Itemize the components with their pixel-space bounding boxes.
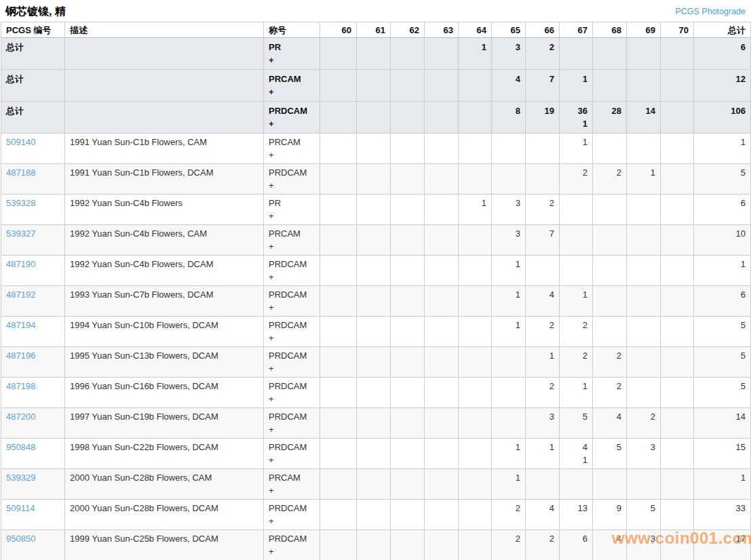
grade-count: [429, 349, 453, 362]
grade-count: [325, 441, 351, 454]
pcgs-number-link[interactable]: 509114: [6, 503, 35, 513]
grade-cell-64: [459, 317, 492, 347]
grade-cell-68: 2: [593, 164, 627, 195]
grade-count: 14: [632, 104, 655, 117]
grade-count: [497, 410, 520, 423]
grade-cell-64: [459, 225, 492, 256]
grade-cell-60: [320, 378, 357, 408]
grade-cell-64: [459, 378, 492, 408]
grade-cell-66: [526, 134, 560, 164]
grade-cell-69: [627, 195, 661, 225]
pcgs-number-link[interactable]: 487198: [6, 381, 35, 391]
grade-count: [396, 104, 419, 117]
grade-cell-60: [320, 134, 357, 164]
grade-count: 3: [497, 197, 520, 209]
grade-count: [564, 227, 588, 240]
column-header: 70: [661, 22, 694, 38]
grade-cell-68: 5: [593, 439, 627, 469]
pcgs-number-cell: 509140: [1, 134, 65, 164]
pcgs-number-link[interactable]: 539327: [6, 228, 35, 239]
grade-count: [463, 349, 486, 362]
grade-count: [531, 258, 554, 271]
column-header: 68: [593, 22, 627, 38]
grade-count: [531, 136, 554, 148]
grade-count: 3: [632, 532, 655, 545]
grade-count: [396, 532, 419, 545]
grade-count: [396, 471, 419, 484]
pcgs-number-link[interactable]: 487190: [6, 259, 35, 269]
designation-label: PRDCAM: [269, 258, 315, 271]
pcgs-number-link[interactable]: 487188: [6, 167, 35, 178]
grade-cell-67: [560, 256, 593, 286]
grade-cell-61: [357, 317, 391, 347]
pcgs-number-cell: 539327: [1, 225, 65, 256]
grade-count: [564, 197, 588, 209]
pcgs-number-link[interactable]: 487192: [6, 289, 35, 300]
grade-cell-63: [425, 347, 459, 378]
grade-cell-64: [459, 164, 492, 195]
summary-label: 总计: [6, 106, 24, 116]
grade-cell-63: [425, 195, 459, 225]
grade-count: [666, 41, 689, 54]
grade-count: [463, 319, 486, 332]
description-cell: 1992 Yuan Sun-C4b Flowers, CAM: [65, 225, 264, 256]
pcgs-number-link[interactable]: 487196: [6, 351, 35, 361]
grade-count: 1: [497, 319, 520, 332]
grade-count: [325, 532, 351, 545]
designation-cell: PRDCAM+: [264, 439, 320, 469]
grade-cell-63: [425, 38, 459, 70]
grade-cell-63: [425, 408, 459, 439]
pcgs-number-link[interactable]: 950850: [6, 534, 35, 544]
grade-cell-62: [391, 195, 425, 225]
grade-cell-69: [627, 256, 661, 286]
designation-plus-label: +: [269, 423, 315, 436]
grade-count: [396, 197, 419, 209]
table-row: 4871901992 Yuan Sun-C4b Flowers, DCAMPRD…: [1, 256, 751, 286]
designation-label: PRCAM: [269, 227, 315, 240]
grade-count: 1: [531, 349, 554, 362]
total-cell: 17: [694, 530, 751, 560]
pcgs-number-link[interactable]: 487194: [6, 320, 35, 330]
grade-count: 3: [632, 441, 655, 454]
grade-count: [632, 288, 655, 301]
grade-cell-67: 13: [560, 500, 593, 530]
grade-count: [325, 197, 351, 209]
pcgs-number-link[interactable]: 539329: [6, 473, 35, 483]
grade-cell-69: 3: [627, 439, 661, 469]
photograde-link[interactable]: PCGS Photograde: [675, 7, 746, 16]
pcgs-number-link[interactable]: 950848: [6, 442, 35, 452]
grade-cell-66: 2: [526, 38, 560, 70]
grade-count: [463, 441, 486, 454]
grade-cell-69: [627, 70, 661, 102]
grade-cell-70: [661, 102, 694, 134]
grade-cell-62: [391, 70, 425, 102]
grade-cell-65: 1: [492, 439, 526, 469]
pcgs-number-cell: 509114: [1, 500, 65, 530]
designation-label: PRDCAM: [269, 349, 315, 362]
pcgs-number-link[interactable]: 539328: [6, 198, 35, 208]
grade-count: [666, 288, 689, 301]
grade-count: 9: [598, 502, 621, 515]
grade-cell-68: [593, 256, 627, 286]
grade-cell-66: 1: [526, 439, 560, 469]
grade-count: [325, 471, 351, 484]
grade-cell-64: [459, 347, 492, 378]
grade-cell-63: [425, 378, 459, 408]
pcgs-number-link[interactable]: 509140: [6, 137, 35, 147]
grade-count: [362, 471, 385, 484]
grade-count: [564, 258, 588, 271]
pcgs-number-cell: 950850: [1, 530, 65, 560]
grade-cell-66: [526, 164, 560, 195]
grade-cell-67: [560, 195, 593, 225]
grade-cell-69: 14: [627, 102, 661, 134]
grade-count: 2: [598, 349, 621, 362]
grade-count: [429, 41, 453, 54]
grade-count: [666, 471, 689, 484]
pcgs-number-link[interactable]: 487200: [6, 412, 35, 422]
grade-cell-64: [459, 102, 492, 134]
grade-cell-70: [661, 347, 694, 378]
designation-cell: PRDCAM+: [264, 378, 320, 408]
grade-count: [325, 410, 351, 423]
grade-count: [598, 136, 621, 148]
pcgs-number-cell: 487198: [1, 378, 65, 408]
